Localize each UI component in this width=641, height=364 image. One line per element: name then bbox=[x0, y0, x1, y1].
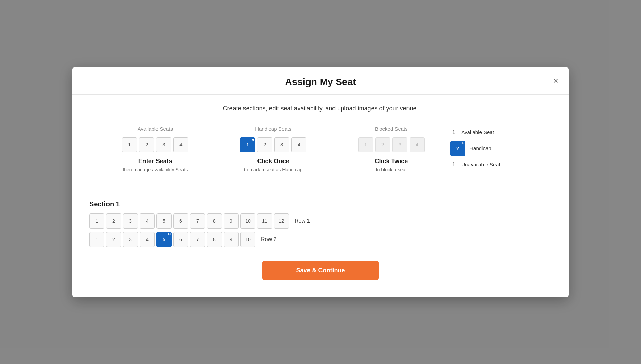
assign-seat-modal: Assign My Seat × Create sections, edit s… bbox=[72, 67, 569, 297]
key-available: 1 Available Seat bbox=[450, 129, 545, 135]
handicap-seat-3[interactable]: 3 bbox=[274, 137, 289, 152]
save-continue-button[interactable]: Save & Continue bbox=[262, 261, 379, 280]
key-unavailable-label: Unavailable Seat bbox=[461, 161, 500, 167]
handicap-seats-label: Handicap Seats bbox=[255, 126, 291, 132]
row2-seat-1[interactable]: 1 bbox=[89, 232, 104, 247]
legend-key-column: 1 Available Seat 2 H Handicap 1 Unavaila… bbox=[450, 126, 545, 168]
modal-overlay: Assign My Seat × Create sections, edit s… bbox=[0, 0, 641, 364]
blocked-seat-3[interactable]: 3 bbox=[392, 137, 407, 152]
available-seats-column: Available Seats 1 2 3 4 Enter Seats then… bbox=[96, 126, 214, 172]
modal-body: Create sections, edit seat availability,… bbox=[72, 95, 569, 297]
row-1-label: Row 1 bbox=[294, 218, 310, 224]
blocked-seats-label: Blocked Seats bbox=[375, 126, 408, 132]
row2-seat-6[interactable]: 6 bbox=[173, 232, 188, 247]
click-once-title: Click Once bbox=[257, 158, 289, 165]
row2-seat-4[interactable]: 4 bbox=[140, 232, 155, 247]
row1-seat-7[interactable]: 7 bbox=[190, 213, 205, 229]
enter-seats-desc: then manage availability Seats bbox=[123, 167, 188, 172]
click-once-desc: to mark a seat as Handicap bbox=[244, 167, 302, 172]
modal-title: Assign My Seat bbox=[285, 77, 356, 88]
handicap-seat-4[interactable]: 4 bbox=[291, 137, 306, 152]
row1-seat-10[interactable]: 10 bbox=[240, 213, 255, 229]
available-seat-1[interactable]: 1 bbox=[122, 137, 137, 152]
row1-seat-5[interactable]: 5 bbox=[156, 213, 172, 229]
row1-seat-1[interactable]: 1 bbox=[89, 213, 104, 229]
handicap-seats-column: Handicap Seats 1H 2 3 4 Click Once to ma… bbox=[214, 126, 332, 172]
key-available-num: 1 bbox=[450, 129, 457, 135]
enter-seats-title: Enter Seats bbox=[138, 158, 172, 165]
row2-seat-9[interactable]: 9 bbox=[224, 232, 239, 247]
row2-seat-3[interactable]: 3 bbox=[123, 232, 138, 247]
row2-seat-2[interactable]: 2 bbox=[106, 232, 121, 247]
handicap-seat-1[interactable]: 1H bbox=[240, 137, 255, 152]
close-button[interactable]: × bbox=[553, 76, 558, 85]
row2-seat-7[interactable]: 7 bbox=[190, 232, 205, 247]
row-1-container: 1 2 3 4 5 6 7 8 9 10 11 12 Row 1 bbox=[89, 213, 552, 229]
available-seats-label: Available Seats bbox=[138, 126, 173, 132]
click-twice-title: Click Twice bbox=[375, 158, 408, 165]
available-seat-3[interactable]: 3 bbox=[156, 137, 171, 152]
key-h-badge: H bbox=[462, 142, 465, 145]
row1-seat-3[interactable]: 3 bbox=[123, 213, 138, 229]
row2-h-badge: H bbox=[168, 233, 171, 236]
key-handicap-seat: 2 H bbox=[450, 141, 465, 156]
h-badge: H bbox=[252, 138, 254, 141]
row1-seat-9[interactable]: 9 bbox=[224, 213, 239, 229]
row1-seat-12[interactable]: 12 bbox=[274, 213, 289, 229]
blocked-seat-2[interactable]: 2 bbox=[375, 137, 390, 152]
key-handicap: 2 H Handicap bbox=[450, 141, 545, 156]
key-unavailable: 1 Unavailable Seat bbox=[450, 161, 545, 168]
row1-seat-2[interactable]: 2 bbox=[106, 213, 121, 229]
row2-seat-10[interactable]: 10 bbox=[240, 232, 255, 247]
key-handicap-label: Handicap bbox=[469, 145, 491, 151]
section-title: Section 1 bbox=[89, 200, 552, 208]
row-2-seats: 1 2 3 4 5H 6 7 8 9 10 bbox=[89, 232, 255, 247]
row2-seat-8[interactable]: 8 bbox=[207, 232, 222, 247]
key-unavailable-num: 1 bbox=[450, 161, 457, 168]
blocked-seats-column: Blocked Seats 1 2 3 4 Click Twice to blo… bbox=[332, 126, 450, 172]
modal-header: Assign My Seat × bbox=[72, 67, 569, 95]
row1-seat-8[interactable]: 8 bbox=[207, 213, 222, 229]
blocked-seat-4[interactable]: 4 bbox=[410, 137, 425, 152]
modal-subtitle: Create sections, edit seat availability,… bbox=[89, 105, 552, 112]
blocked-seats-row: 1 2 3 4 bbox=[358, 137, 425, 152]
row2-seat-5[interactable]: 5H bbox=[156, 232, 172, 247]
row-2-container: 1 2 3 4 5H 6 7 8 9 10 Row 2 bbox=[89, 232, 552, 247]
available-seats-row: 1 2 3 4 bbox=[122, 137, 188, 152]
handicap-seat-2[interactable]: 2 bbox=[257, 137, 272, 152]
divider bbox=[89, 190, 552, 190]
blocked-seat-1[interactable]: 1 bbox=[358, 137, 373, 152]
save-btn-container: Save & Continue bbox=[89, 261, 552, 280]
handicap-seats-row: 1H 2 3 4 bbox=[240, 137, 306, 152]
row-2-label: Row 2 bbox=[261, 236, 276, 243]
available-seat-4[interactable]: 4 bbox=[173, 137, 188, 152]
available-seat-2[interactable]: 2 bbox=[139, 137, 154, 152]
key-handicap-num: 2 bbox=[456, 145, 459, 151]
row1-seat-11[interactable]: 11 bbox=[257, 213, 272, 229]
key-available-label: Available Seat bbox=[461, 129, 494, 135]
row1-seat-4[interactable]: 4 bbox=[140, 213, 155, 229]
legend-section: Available Seats 1 2 3 4 Enter Seats then… bbox=[89, 126, 552, 172]
row-1-seats: 1 2 3 4 5 6 7 8 9 10 11 12 bbox=[89, 213, 289, 229]
click-twice-desc: to block a seat bbox=[376, 167, 407, 172]
row1-seat-6[interactable]: 6 bbox=[173, 213, 188, 229]
